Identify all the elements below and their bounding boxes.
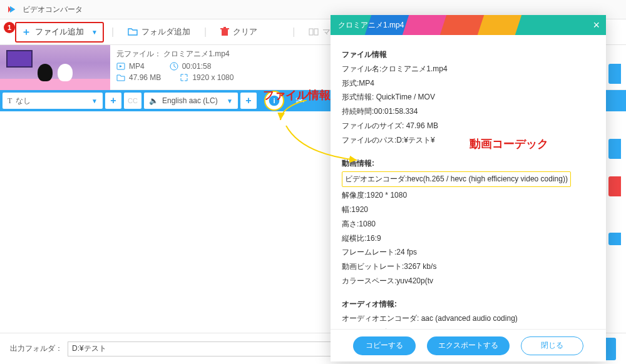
right-side-tabs xyxy=(608,64,626,245)
video-thumbnail[interactable] xyxy=(0,45,110,90)
resolution-value-panel: 1920 * 1080 xyxy=(366,191,407,200)
format-label: 形式: xyxy=(342,79,359,88)
side-tab-4k[interactable] xyxy=(608,176,621,196)
video-info-header: 動画情報: xyxy=(342,156,595,171)
file-name-value: クロミアニメ1.mp4 xyxy=(381,64,447,73)
fps-label: フレームレート: xyxy=(342,248,396,256)
panel-footer: コピーする エクスポートする 閉じる xyxy=(331,329,606,361)
colorspace-value: yuv420p(tv xyxy=(396,276,433,285)
merge-icon xyxy=(309,27,319,37)
aencoder-value: aac (advanced audio coding) xyxy=(421,314,518,323)
export-label: エクスポートする xyxy=(438,340,498,351)
colorspace-label: カラースペース: xyxy=(342,276,396,285)
file-info-header: ファイル情報 xyxy=(342,48,595,62)
panel-header: クロミアニメ1.mp4 × xyxy=(331,15,606,35)
step-1-badge: 1 xyxy=(4,22,15,33)
video-encoder-row: ビデオエンコーダ:hevc(h.265 / hevc (high efficie… xyxy=(342,171,571,187)
clear-button[interactable]: クリア xyxy=(214,23,264,41)
aspect-label: 縦横比: xyxy=(342,234,366,243)
add-file-label: ファイル追加 xyxy=(35,26,84,38)
format-info-value: QuickTime / MOV xyxy=(376,93,435,101)
output-folder-label: 出力フォルダ： xyxy=(10,343,63,354)
plus-icon: ＋ xyxy=(21,26,31,39)
cc-button[interactable]: CC xyxy=(124,93,141,109)
height-value: 1080 xyxy=(359,220,376,228)
add-subtitle-button[interactable]: + xyxy=(105,93,121,109)
audio-track-value: English aac (LC) xyxy=(162,96,218,105)
filesize-value: 47.96 MB xyxy=(406,121,438,130)
vbitrate-value: 3267 kb/s xyxy=(404,262,436,271)
add-folder-button[interactable]: フォルダ追加 xyxy=(121,23,197,41)
filepath-label: ファイルのパス: xyxy=(342,136,396,144)
chevron-down-icon: ▼ xyxy=(227,98,233,104)
resolution-value: 1920 x 1080 xyxy=(192,73,233,82)
abitrate-label: オーディオビットレート: xyxy=(342,328,426,329)
output-folder-input[interactable] xyxy=(68,341,337,356)
filepath-value: D:¥テスト¥ xyxy=(396,136,434,144)
source-file-name: クロミアニメ1.mp4 xyxy=(163,49,229,58)
resolution-icon xyxy=(180,73,188,82)
subtitle-value: なし xyxy=(16,96,31,106)
clock-icon xyxy=(170,62,178,71)
add-folder-label: フォルダ追加 xyxy=(141,26,190,38)
size-value: 47.96 MB xyxy=(129,73,161,82)
side-tab[interactable] xyxy=(608,139,621,159)
app-title: ビデオコンバータ xyxy=(23,4,83,15)
add-audio-button[interactable]: + xyxy=(240,93,257,109)
copy-label: コピーする xyxy=(366,340,403,351)
fps-value: 24 fps xyxy=(396,248,417,256)
panel-title: クロミアニメ1.mp4 xyxy=(338,20,404,31)
aspect-value: 16:9 xyxy=(366,234,381,243)
height-label: 高さ: xyxy=(342,220,359,228)
close-button[interactable]: 閉じる xyxy=(521,336,583,355)
width-label: 幅: xyxy=(342,205,351,214)
svg-text:i: i xyxy=(273,96,275,104)
folder-icon xyxy=(116,73,125,82)
app-logo-icon xyxy=(6,4,18,15)
encoder-label: ビデオエンコーダ: xyxy=(345,174,407,183)
add-file-button[interactable]: 1 ＋ ファイル追加 ▼ xyxy=(15,22,104,43)
duration-value: 00:01:58.334 xyxy=(374,107,418,116)
format-value: MP4 xyxy=(359,79,374,88)
file-name-label: ファイル名: xyxy=(342,64,381,73)
encoder-value: hevc(h.265 / hevc (high efficiency video… xyxy=(407,174,568,183)
text-icon: T xyxy=(8,96,12,106)
svg-rect-0 xyxy=(309,29,313,35)
side-tab[interactable] xyxy=(608,64,621,84)
side-tab[interactable] xyxy=(608,233,621,245)
duration-value: 00:01:58 xyxy=(182,62,212,71)
export-button[interactable]: エクスポートする xyxy=(427,336,510,355)
close-label: 閉じる xyxy=(541,340,563,351)
format-info-label: 形式情報: xyxy=(342,93,374,101)
format-value: MP4 xyxy=(129,62,145,71)
audio-info-header: オーディオ情報: xyxy=(342,297,595,311)
close-icon[interactable]: × xyxy=(593,19,600,32)
svg-rect-1 xyxy=(314,29,318,35)
format-icon xyxy=(116,62,125,71)
vbitrate-label: 動画ビットレート: xyxy=(342,262,404,271)
speaker-icon: 🔈 xyxy=(149,96,158,105)
abitrate-value: 127 kb/s xyxy=(429,328,457,329)
cut-icon[interactable]: ✂ xyxy=(295,94,305,108)
trash-icon xyxy=(220,27,229,37)
panel-body: ファイル情報 ファイル名:クロミアニメ1.mp4 形式:MP4 形式情報: Qu… xyxy=(331,35,606,329)
clear-label: クリア xyxy=(233,26,257,38)
resolution-label: 解像度: xyxy=(342,191,366,200)
audio-track-select[interactable]: 🔈 English aac (LC) ▼ xyxy=(144,93,238,109)
filesize-label: ファイルのサイズ: xyxy=(342,121,404,130)
file-info-panel: クロミアニメ1.mp4 × ファイル情報 ファイル名:クロミアニメ1.mp4 形… xyxy=(331,15,606,361)
subtitle-select[interactable]: T なし ▼ xyxy=(3,93,103,109)
duration-label: 持続時間: xyxy=(342,107,374,116)
copy-button[interactable]: コピーする xyxy=(353,336,416,355)
folder-icon xyxy=(128,27,138,37)
chevron-down-icon: ▼ xyxy=(91,98,98,104)
source-file-label: 元ファイル： xyxy=(116,49,162,58)
info-icon: i xyxy=(268,94,280,107)
width-value: 1920 xyxy=(351,205,368,214)
file-info-button[interactable]: i xyxy=(264,91,284,111)
chevron-down-icon[interactable]: ▼ xyxy=(91,29,98,36)
aencoder-label: オーディオエンコーダ: xyxy=(342,314,419,323)
